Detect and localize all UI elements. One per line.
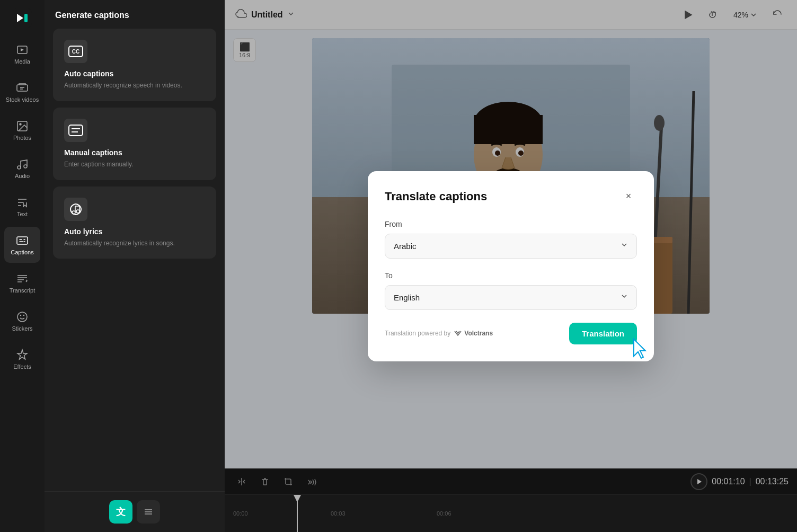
to-label: To — [385, 271, 637, 280]
from-language-wrapper: Arabic English French Spanish Chinese — [385, 234, 637, 259]
auto-captions-icon: CC — [64, 40, 87, 63]
list-btn[interactable] — [137, 500, 160, 524]
app-container: Media Stock videos Photos — [0, 0, 797, 532]
modal-header: Translate captions × — [385, 188, 637, 205]
svg-point-7 — [20, 123, 21, 125]
sidebar-item-label: Stock videos — [6, 96, 39, 103]
from-language-select[interactable]: Arabic English French Spanish Chinese — [385, 234, 637, 259]
sidebar-item-label: Text — [17, 211, 28, 217]
auto-lyrics-title: Auto lyrics — [64, 227, 205, 236]
translate-btn[interactable]: 文 — [109, 500, 132, 524]
to-language-wrapper: English Arabic French Spanish Chinese — [385, 285, 637, 310]
svg-rect-16 — [69, 125, 83, 136]
auto-lyrics-icon — [64, 198, 87, 221]
sidebar-item-label: Transcript — [10, 287, 36, 294]
svg-rect-3 — [17, 85, 28, 91]
manual-captions-desc: Enter captions manually. — [64, 160, 205, 169]
sidebar-item-label: Effects — [13, 363, 31, 370]
sidebar-item-label: Captions — [11, 249, 33, 255]
translate-captions-modal: Translate captions × From Arabic English… — [368, 171, 654, 361]
modal-footer: Translation powered by Volctrans Transla… — [385, 323, 637, 344]
sidebar-item-stock[interactable]: Stock videos — [4, 74, 40, 110]
svg-point-11 — [17, 312, 27, 322]
sidebar-item-stickers[interactable]: Stickers — [4, 303, 40, 339]
sidebar-item-effects[interactable]: Effects — [4, 341, 40, 377]
auto-captions-title: Auto captions — [64, 69, 205, 78]
modal-close-button[interactable]: × — [620, 188, 637, 205]
volctrans-logo: Volctrans — [454, 329, 493, 338]
captions-panel: Generate captions CC Auto captions Autom… — [45, 0, 225, 532]
sidebar-item-media[interactable]: Media — [4, 36, 40, 72]
sidebar-item-audio[interactable]: Audio — [4, 150, 40, 187]
sidebar-item-label: Stickers — [12, 325, 32, 332]
manual-captions-option[interactable]: Manual captions Enter captions manually. — [53, 108, 216, 180]
sidebar-item-label: Photos — [13, 135, 31, 141]
sidebar-item-label: Media — [14, 58, 30, 65]
main-content: Untitled — [225, 0, 797, 532]
svg-point-20 — [76, 210, 79, 213]
svg-point-9 — [24, 165, 27, 168]
panel-title: Generate captions — [45, 0, 225, 29]
from-label: From — [385, 220, 637, 228]
auto-captions-option[interactable]: CC Auto captions Automatically recognize… — [53, 29, 216, 101]
powered-by-text: Translation powered by Volctrans — [385, 329, 493, 338]
auto-lyrics-option[interactable]: Auto lyrics Automatically recognize lyri… — [53, 187, 216, 259]
auto-lyrics-desc: Automatically recognize lyrics in songs. — [64, 239, 205, 248]
sidebar-item-photos[interactable]: Photos — [4, 112, 40, 148]
icon-sidebar: Media Stock videos Photos — [0, 0, 45, 532]
manual-captions-title: Manual captions — [64, 148, 205, 157]
auto-captions-desc: Automatically recognize speech in videos… — [64, 81, 205, 90]
sidebar-item-label: Audio — [15, 173, 30, 179]
sidebar-item-captions[interactable]: Captions — [4, 227, 40, 263]
manual-captions-icon — [64, 119, 87, 142]
modal-overlay[interactable]: Translate captions × From Arabic English… — [225, 0, 797, 532]
sidebar-item-text[interactable]: Text — [4, 189, 40, 225]
svg-rect-1 — [24, 14, 28, 22]
modal-title: Translate captions — [385, 190, 487, 203]
svg-rect-10 — [17, 237, 28, 244]
svg-point-8 — [17, 166, 21, 169]
translation-button[interactable]: Translation — [569, 323, 637, 344]
to-language-select[interactable]: English Arabic French Spanish Chinese — [385, 285, 637, 310]
svg-text:CC: CC — [72, 49, 79, 55]
sidebar-item-transcript[interactable]: Transcript — [4, 265, 40, 301]
app-logo — [11, 6, 34, 30]
panel-footer: 文 — [45, 491, 225, 532]
